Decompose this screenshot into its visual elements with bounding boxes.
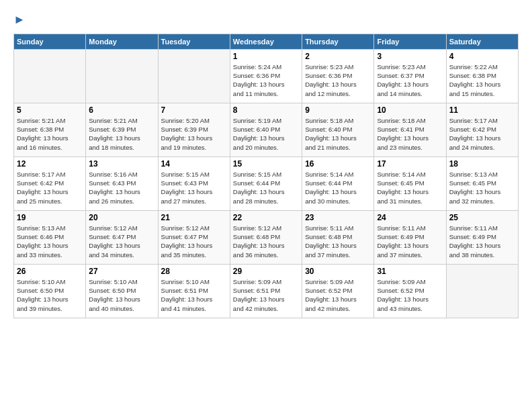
day-info: Sunrise: 5:15 AM Sunset: 6:44 PM Dayligh… (233, 170, 299, 205)
calendar-day-11: 11Sunrise: 5:17 AM Sunset: 6:42 PM Dayli… (446, 103, 518, 156)
calendar-day-3: 3Sunrise: 5:23 AM Sunset: 6:37 PM Daylig… (374, 49, 446, 103)
day-info: Sunrise: 5:11 AM Sunset: 6:49 PM Dayligh… (449, 224, 515, 259)
logo-text: ► (13, 13, 26, 27)
day-info: Sunrise: 5:11 AM Sunset: 6:49 PM Dayligh… (377, 224, 443, 259)
calendar-day-8: 8Sunrise: 5:19 AM Sunset: 6:40 PM Daylig… (230, 103, 302, 156)
calendar-day-27: 27Sunrise: 5:10 AM Sunset: 6:50 PM Dayli… (86, 264, 158, 318)
day-number: 14 (161, 159, 227, 169)
day-number: 1 (233, 52, 299, 61)
day-info: Sunrise: 5:16 AM Sunset: 6:43 PM Dayligh… (89, 170, 154, 205)
day-info: Sunrise: 5:14 AM Sunset: 6:45 PM Dayligh… (377, 170, 443, 205)
logo: ► (13, 13, 26, 27)
day-number: 3 (377, 52, 443, 61)
day-info: Sunrise: 5:17 AM Sunset: 6:42 PM Dayligh… (17, 170, 83, 205)
day-number: 11 (449, 105, 515, 115)
day-info: Sunrise: 5:10 AM Sunset: 6:50 PM Dayligh… (89, 277, 154, 313)
calendar-day-1: 1Sunrise: 5:24 AM Sunset: 6:36 PM Daylig… (230, 49, 302, 103)
day-info: Sunrise: 5:13 AM Sunset: 6:45 PM Dayligh… (449, 170, 515, 205)
day-number: 26 (17, 267, 83, 276)
day-info: Sunrise: 5:10 AM Sunset: 6:51 PM Dayligh… (161, 277, 227, 313)
day-info: Sunrise: 5:12 AM Sunset: 6:47 PM Dayligh… (161, 224, 227, 259)
day-number: 19 (17, 213, 83, 222)
calendar-day-5: 5Sunrise: 5:21 AM Sunset: 6:38 PM Daylig… (14, 103, 86, 156)
calendar-empty (86, 49, 158, 103)
day-number: 21 (161, 213, 227, 222)
day-number: 6 (89, 105, 154, 115)
calendar-day-28: 28Sunrise: 5:10 AM Sunset: 6:51 PM Dayli… (158, 264, 230, 318)
calendar-day-23: 23Sunrise: 5:11 AM Sunset: 6:48 PM Dayli… (302, 210, 374, 264)
day-number: 24 (377, 213, 443, 222)
calendar-day-16: 16Sunrise: 5:14 AM Sunset: 6:44 PM Dayli… (302, 156, 374, 210)
calendar-day-29: 29Sunrise: 5:09 AM Sunset: 6:51 PM Dayli… (230, 264, 302, 318)
calendar-day-24: 24Sunrise: 5:11 AM Sunset: 6:49 PM Dayli… (374, 210, 446, 264)
day-info: Sunrise: 5:24 AM Sunset: 6:36 PM Dayligh… (233, 62, 299, 98)
weekday-header-row: SundayMondayTuesdayWednesdayThursdayFrid… (14, 34, 519, 49)
calendar-day-2: 2Sunrise: 5:23 AM Sunset: 6:36 PM Daylig… (302, 49, 374, 103)
day-info: Sunrise: 5:21 AM Sunset: 6:38 PM Dayligh… (17, 116, 83, 152)
weekday-header-thursday: Thursday (302, 34, 374, 49)
day-number: 17 (377, 159, 443, 169)
day-info: Sunrise: 5:18 AM Sunset: 6:40 PM Dayligh… (305, 116, 371, 152)
calendar-day-22: 22Sunrise: 5:12 AM Sunset: 6:48 PM Dayli… (230, 210, 302, 264)
day-info: Sunrise: 5:10 AM Sunset: 6:50 PM Dayligh… (17, 277, 83, 313)
calendar-table: SundayMondayTuesdayWednesdayThursdayFrid… (13, 34, 519, 318)
day-number: 9 (305, 105, 371, 115)
calendar-day-12: 12Sunrise: 5:17 AM Sunset: 6:42 PM Dayli… (14, 156, 86, 210)
weekday-header-friday: Friday (374, 34, 446, 49)
day-info: Sunrise: 5:22 AM Sunset: 6:38 PM Dayligh… (449, 62, 515, 98)
day-number: 27 (89, 267, 154, 276)
day-number: 28 (161, 267, 227, 276)
day-number: 4 (449, 52, 515, 61)
day-number: 15 (233, 159, 299, 169)
calendar-day-14: 14Sunrise: 5:15 AM Sunset: 6:43 PM Dayli… (158, 156, 230, 210)
day-info: Sunrise: 5:13 AM Sunset: 6:46 PM Dayligh… (17, 224, 83, 259)
day-number: 31 (377, 267, 443, 276)
day-info: Sunrise: 5:17 AM Sunset: 6:42 PM Dayligh… (449, 116, 515, 152)
calendar-day-18: 18Sunrise: 5:13 AM Sunset: 6:45 PM Dayli… (446, 156, 518, 210)
weekday-header-wednesday: Wednesday (230, 34, 302, 49)
calendar-week-row: 12Sunrise: 5:17 AM Sunset: 6:42 PM Dayli… (14, 156, 519, 210)
calendar-day-20: 20Sunrise: 5:12 AM Sunset: 6:47 PM Dayli… (86, 210, 158, 264)
calendar-week-row: 19Sunrise: 5:13 AM Sunset: 6:46 PM Dayli… (14, 210, 519, 264)
day-info: Sunrise: 5:12 AM Sunset: 6:48 PM Dayligh… (233, 224, 299, 259)
day-info: Sunrise: 5:23 AM Sunset: 6:36 PM Dayligh… (305, 62, 371, 98)
day-info: Sunrise: 5:09 AM Sunset: 6:51 PM Dayligh… (233, 277, 299, 313)
day-info: Sunrise: 5:23 AM Sunset: 6:37 PM Dayligh… (377, 62, 443, 98)
day-info: Sunrise: 5:20 AM Sunset: 6:39 PM Dayligh… (161, 116, 227, 152)
calendar-day-13: 13Sunrise: 5:16 AM Sunset: 6:43 PM Dayli… (86, 156, 158, 210)
calendar-empty (14, 49, 86, 103)
calendar-day-17: 17Sunrise: 5:14 AM Sunset: 6:45 PM Dayli… (374, 156, 446, 210)
day-info: Sunrise: 5:15 AM Sunset: 6:43 PM Dayligh… (161, 170, 227, 205)
day-info: Sunrise: 5:18 AM Sunset: 6:41 PM Dayligh… (377, 116, 443, 152)
weekday-header-monday: Monday (86, 34, 158, 49)
day-number: 18 (449, 159, 515, 169)
day-info: Sunrise: 5:12 AM Sunset: 6:47 PM Dayligh… (89, 224, 154, 259)
weekday-header-saturday: Saturday (446, 34, 518, 49)
day-number: 25 (449, 213, 515, 222)
day-number: 16 (305, 159, 371, 169)
day-number: 29 (233, 267, 299, 276)
calendar-day-21: 21Sunrise: 5:12 AM Sunset: 6:47 PM Dayli… (158, 210, 230, 264)
day-number: 5 (17, 105, 83, 115)
calendar-day-19: 19Sunrise: 5:13 AM Sunset: 6:46 PM Dayli… (14, 210, 86, 264)
calendar-day-9: 9Sunrise: 5:18 AM Sunset: 6:40 PM Daylig… (302, 103, 374, 156)
weekday-header-tuesday: Tuesday (158, 34, 230, 49)
day-info: Sunrise: 5:14 AM Sunset: 6:44 PM Dayligh… (305, 170, 371, 205)
calendar-day-6: 6Sunrise: 5:21 AM Sunset: 6:39 PM Daylig… (86, 103, 158, 156)
day-number: 2 (305, 52, 371, 61)
day-number: 7 (161, 105, 227, 115)
day-number: 10 (377, 105, 443, 115)
calendar-week-row: 1Sunrise: 5:24 AM Sunset: 6:36 PM Daylig… (14, 49, 519, 103)
day-info: Sunrise: 5:09 AM Sunset: 6:52 PM Dayligh… (377, 277, 443, 313)
page-header: ► (13, 13, 519, 27)
calendar-day-7: 7Sunrise: 5:20 AM Sunset: 6:39 PM Daylig… (158, 103, 230, 156)
calendar-day-10: 10Sunrise: 5:18 AM Sunset: 6:41 PM Dayli… (374, 103, 446, 156)
calendar-day-31: 31Sunrise: 5:09 AM Sunset: 6:52 PM Dayli… (374, 264, 446, 318)
calendar-day-26: 26Sunrise: 5:10 AM Sunset: 6:50 PM Dayli… (14, 264, 86, 318)
weekday-header-sunday: Sunday (14, 34, 86, 49)
calendar-day-15: 15Sunrise: 5:15 AM Sunset: 6:44 PM Dayli… (230, 156, 302, 210)
day-number: 23 (305, 213, 371, 222)
day-number: 13 (89, 159, 154, 169)
day-number: 22 (233, 213, 299, 222)
calendar-empty (446, 264, 518, 318)
